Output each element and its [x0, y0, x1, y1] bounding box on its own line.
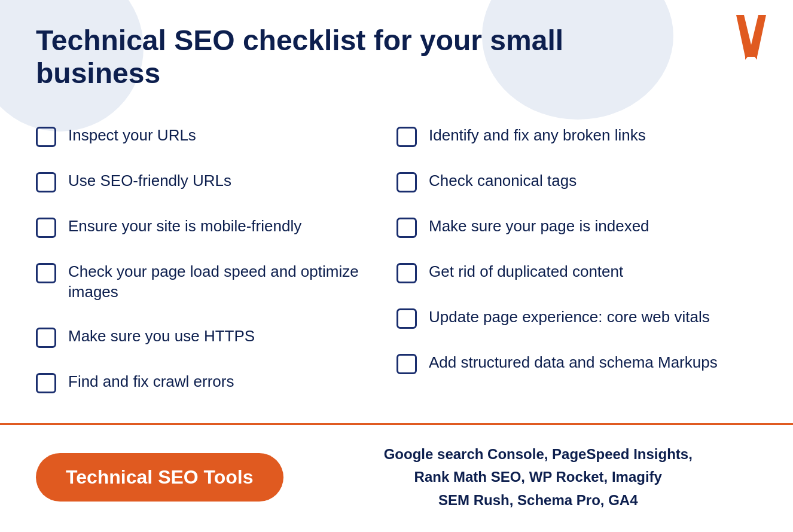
checklist-grid: Inspect your URLs Use SEO-friendly URLs …	[36, 114, 757, 405]
checkbox-4[interactable]	[36, 263, 56, 283]
checkbox-11[interactable]	[396, 308, 417, 329]
footer-badge: Technical SEO Tools	[36, 453, 283, 502]
checklist-item-text: Check your page load speed and optimize …	[68, 262, 396, 302]
checkbox-6[interactable]	[36, 373, 56, 393]
checklist-item-text: Inspect your URLs	[68, 126, 196, 146]
checklist-item-text: Make sure you use HTTPS	[68, 326, 255, 347]
list-item: Make sure your page is indexed	[396, 204, 757, 250]
checklist-item-text: Get rid of duplicated content	[429, 262, 623, 282]
checklist-item-text: Add structured data and schema Markups	[429, 353, 718, 373]
list-item: Get rid of duplicated content	[396, 250, 757, 295]
checkbox-9[interactable]	[396, 218, 417, 238]
checkbox-1[interactable]	[36, 127, 56, 147]
footer-tools-section: Google search Console, PageSpeed Insight…	[319, 443, 757, 512]
footer-badge-text: Technical SEO Tools	[66, 466, 254, 488]
checkbox-3[interactable]	[36, 218, 56, 238]
checklist-left-column: Inspect your URLs Use SEO-friendly URLs …	[36, 114, 396, 405]
checklist-item-text: Make sure your page is indexed	[429, 216, 649, 237]
list-item: Inspect your URLs	[36, 114, 396, 159]
checklist-item-text: Use SEO-friendly URLs	[68, 171, 231, 191]
checklist-item-text: Check canonical tags	[429, 171, 577, 191]
content-wrapper: Technical SEO checklist for your small b…	[0, 0, 793, 512]
list-item: Ensure your site is mobile-friendly	[36, 204, 396, 250]
list-item: Check canonical tags	[396, 159, 757, 204]
footer-tools-text: Google search Console, PageSpeed Insight…	[319, 443, 757, 512]
checkbox-2[interactable]	[36, 172, 56, 192]
checklist-item-text: Update page experience: core web vitals	[429, 307, 710, 328]
logo-icon	[733, 12, 769, 60]
list-item: Check your page load speed and optimize …	[36, 250, 396, 314]
checkbox-8[interactable]	[396, 172, 417, 192]
checklist-item-text: Find and fix crawl errors	[68, 372, 234, 392]
checklist-right-column: Identify and fix any broken links Check …	[396, 114, 757, 405]
list-item: Add structured data and schema Markups	[396, 341, 757, 386]
list-item: Use SEO-friendly URLs	[36, 159, 396, 204]
page-title: Technical SEO checklist for your small b…	[36, 24, 694, 90]
list-item: Update page experience: core web vitals	[396, 295, 757, 341]
checkbox-12[interactable]	[396, 354, 417, 374]
list-item: Find and fix crawl errors	[36, 360, 396, 405]
checkbox-5[interactable]	[36, 328, 56, 348]
list-item: Make sure you use HTTPS	[36, 314, 396, 360]
checkbox-10[interactable]	[396, 263, 417, 283]
checkbox-7[interactable]	[396, 127, 417, 147]
list-item: Identify and fix any broken links	[396, 114, 757, 159]
checklist-item-text: Ensure your site is mobile-friendly	[68, 216, 301, 237]
footer-section: Technical SEO Tools Google search Consol…	[36, 425, 757, 512]
checklist-item-text: Identify and fix any broken links	[429, 126, 646, 146]
